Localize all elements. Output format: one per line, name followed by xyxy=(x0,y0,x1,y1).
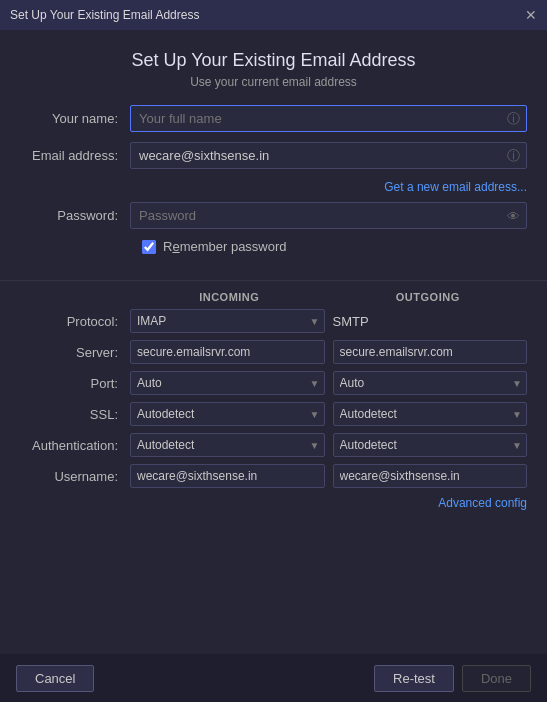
dialog-title: Set Up Your Existing Email Address xyxy=(20,50,527,71)
remember-label: Remember password xyxy=(163,239,287,254)
server-section: INCOMING OUTGOING Protocol: IMAP POP3 ▼ … xyxy=(0,281,547,654)
password-input-wrapper: 👁 xyxy=(130,202,527,229)
incoming-server-input[interactable] xyxy=(130,340,325,364)
incoming-username-input[interactable] xyxy=(130,464,325,488)
dialog-subtitle: Use your current email address xyxy=(20,75,527,89)
incoming-port-wrap: Auto 993 143 ▼ xyxy=(130,371,325,395)
server-headers: INCOMING OUTGOING xyxy=(20,281,527,303)
retest-button[interactable]: Re-test xyxy=(374,665,454,692)
ssl-inputs: Autodetect SSL/TLS STARTTLS None ▼ Autod… xyxy=(130,402,527,426)
incoming-ssl-wrap: Autodetect SSL/TLS STARTTLS None ▼ xyxy=(130,402,325,426)
outgoing-server-wrap xyxy=(333,340,528,364)
ssl-label: SSL: xyxy=(20,407,130,422)
outgoing-port-select[interactable]: Auto 465 587 xyxy=(333,371,528,395)
incoming-username-wrap xyxy=(130,464,325,488)
server-row: Server: xyxy=(20,340,527,364)
outgoing-auth-wrap: Autodetect Normal password OAuth2 ▼ xyxy=(333,433,528,457)
username-label: Username: xyxy=(20,469,130,484)
advanced-config-row: Advanced config xyxy=(20,495,527,510)
incoming-auth-select[interactable]: Autodetect Normal password OAuth2 xyxy=(130,433,325,457)
incoming-server-wrap xyxy=(130,340,325,364)
remember-row: Remember password xyxy=(20,239,527,254)
footer-right: Re-test Done xyxy=(374,665,531,692)
email-row: Email address: ⓘ xyxy=(20,142,527,169)
cancel-button[interactable]: Cancel xyxy=(16,665,94,692)
incoming-ssl-select[interactable]: Autodetect SSL/TLS STARTTLS None xyxy=(130,402,325,426)
server-label: Server: xyxy=(20,345,130,360)
outgoing-username-wrap xyxy=(333,464,528,488)
footer: Cancel Re-test Done xyxy=(0,654,547,702)
port-label: Port: xyxy=(20,376,130,391)
dialog-body: Set Up Your Existing Email Address Use y… xyxy=(0,30,547,654)
ssl-row: SSL: Autodetect SSL/TLS STARTTLS None ▼ … xyxy=(20,402,527,426)
outgoing-header: OUTGOING xyxy=(329,291,528,303)
password-row: Password: 👁 xyxy=(20,202,527,229)
incoming-protocol-select[interactable]: IMAP POP3 xyxy=(130,309,325,333)
username-row: Username: xyxy=(20,464,527,488)
auth-label: Authentication: xyxy=(20,438,130,453)
name-input[interactable] xyxy=(130,105,527,132)
get-email-row: Get a new email address... xyxy=(20,179,527,194)
advanced-config-link[interactable]: Advanced config xyxy=(438,496,527,510)
email-input[interactable] xyxy=(130,142,527,169)
outgoing-server-input[interactable] xyxy=(333,340,528,364)
protocol-row: Protocol: IMAP POP3 ▼ SMTP xyxy=(20,309,527,333)
protocol-label: Protocol: xyxy=(20,314,130,329)
title-bar-text: Set Up Your Existing Email Address xyxy=(10,8,199,22)
password-label: Password: xyxy=(20,208,130,223)
outgoing-auth-select[interactable]: Autodetect Normal password OAuth2 xyxy=(333,433,528,457)
get-email-link[interactable]: Get a new email address... xyxy=(384,180,527,194)
outgoing-ssl-select[interactable]: Autodetect SSL/TLS STARTTLS None xyxy=(333,402,528,426)
done-button[interactable]: Done xyxy=(462,665,531,692)
auth-inputs: Autodetect Normal password OAuth2 ▼ Auto… xyxy=(130,433,527,457)
protocol-inputs: IMAP POP3 ▼ SMTP xyxy=(130,309,527,333)
email-input-wrapper: ⓘ xyxy=(130,142,527,169)
name-label: Your name: xyxy=(20,111,130,126)
incoming-header: INCOMING xyxy=(130,291,329,303)
server-inputs xyxy=(130,340,527,364)
outgoing-port-wrap: Auto 465 587 ▼ xyxy=(333,371,528,395)
form-section: Your name: ⓘ Email address: ⓘ Get a new … xyxy=(0,105,547,268)
port-inputs: Auto 993 143 ▼ Auto 465 587 ▼ xyxy=(130,371,527,395)
outgoing-username-input[interactable] xyxy=(333,464,528,488)
outgoing-ssl-wrap: Autodetect SSL/TLS STARTTLS None ▼ xyxy=(333,402,528,426)
outgoing-protocol-label: SMTP xyxy=(333,314,528,329)
incoming-auth-wrap: Autodetect Normal password OAuth2 ▼ xyxy=(130,433,325,457)
auth-row: Authentication: Autodetect Normal passwo… xyxy=(20,433,527,457)
name-input-wrapper: ⓘ xyxy=(130,105,527,132)
show-password-button[interactable]: 👁 xyxy=(507,208,520,223)
username-inputs xyxy=(130,464,527,488)
name-row: Your name: ⓘ xyxy=(20,105,527,132)
title-bar: Set Up Your Existing Email Address ✕ xyxy=(0,0,547,30)
port-row: Port: Auto 993 143 ▼ Auto 465 587 xyxy=(20,371,527,395)
remember-checkbox[interactable] xyxy=(142,240,156,254)
header-section: Set Up Your Existing Email Address Use y… xyxy=(0,30,547,105)
password-input[interactable] xyxy=(130,202,527,229)
incoming-port-select[interactable]: Auto 993 143 xyxy=(130,371,325,395)
email-label: Email address: xyxy=(20,148,130,163)
incoming-protocol-wrap: IMAP POP3 ▼ xyxy=(130,309,325,333)
close-button[interactable]: ✕ xyxy=(525,8,537,22)
